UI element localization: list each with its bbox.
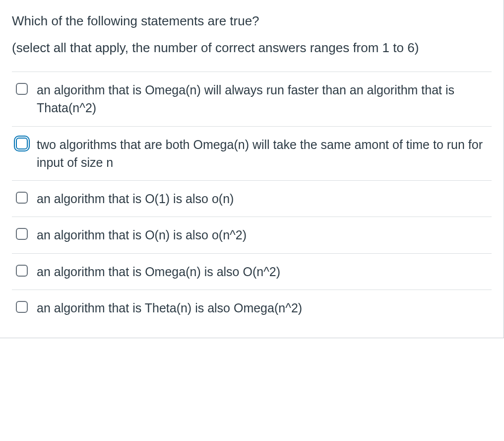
answer-checkbox-3[interactable]: [16, 192, 28, 204]
answer-checkbox-6[interactable]: [16, 301, 28, 313]
answers-list: an algorithm that is Omega(n) will alway…: [0, 72, 504, 338]
answer-row[interactable]: an algorithm that is O(1) is also o(n): [12, 180, 492, 217]
answer-row[interactable]: an algorithm that is Omega(n) is also O(…: [12, 253, 492, 290]
answer-checkbox-2[interactable]: [16, 138, 28, 149]
answer-text: an algorithm that is Omega(n) will alway…: [37, 81, 488, 117]
answer-row[interactable]: two algorithms that are both Omega(n) wi…: [12, 126, 492, 181]
answer-row[interactable]: an algorithm that is Omega(n) will alway…: [12, 72, 492, 126]
answer-checkbox-1[interactable]: [16, 83, 28, 95]
answer-text: two algorithms that are both Omega(n) wi…: [37, 136, 488, 172]
question-instruction: (select all that apply, the number of co…: [12, 39, 492, 58]
answer-text: an algorithm that is Omega(n) is also O(…: [37, 263, 280, 281]
question-card: Which of the following statements are tr…: [0, 0, 504, 338]
answer-text: an algorithm that is O(1) is also o(n): [37, 190, 234, 208]
question-prompt: Which of the following statements are tr…: [12, 12, 492, 30]
answer-text: an algorithm that is O(n) is also o(n^2): [37, 226, 247, 244]
answer-checkbox-4[interactable]: [16, 228, 28, 240]
answer-row[interactable]: an algorithm that is O(n) is also o(n^2): [12, 217, 492, 253]
answer-text: an algorithm that is Theta(n) is also Om…: [37, 299, 302, 317]
answer-row[interactable]: an algorithm that is Theta(n) is also Om…: [12, 290, 492, 326]
question-header: Which of the following statements are tr…: [0, 0, 504, 72]
answer-checkbox-5[interactable]: [16, 265, 28, 277]
